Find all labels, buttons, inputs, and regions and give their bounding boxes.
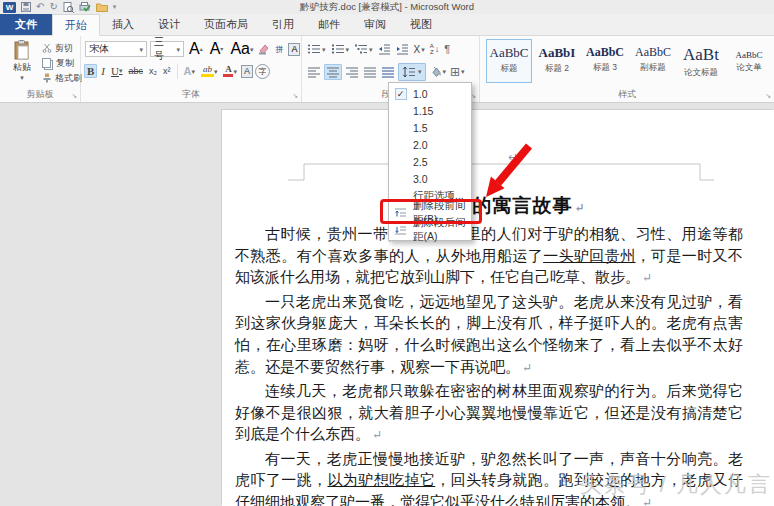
group-styles: AaBbC 标题 AaBbI 标题 2 AaBbC 标题 3 AaBbC 副标题… xyxy=(480,36,774,102)
tab-insert[interactable]: 插入 xyxy=(100,14,146,35)
menu-item-label: 2.0 xyxy=(413,139,428,151)
underlined-text: 一头驴回贵州 xyxy=(543,248,635,264)
shading-button[interactable]: ▾ xyxy=(428,65,448,79)
tab-references[interactable]: 引用 xyxy=(260,14,306,35)
font-color-bar xyxy=(223,74,233,77)
change-case-button[interactable]: Aa▾ xyxy=(228,40,255,58)
phonetic-guide-label: 拼 xyxy=(275,44,283,55)
sort-arrow-icon: ↓ xyxy=(435,44,440,54)
menu-item-spacing-1-15[interactable]: 1.15 xyxy=(389,102,471,119)
tab-review[interactable]: 审阅 xyxy=(352,14,398,35)
empty-paragraph-mark: ↵ xyxy=(508,150,518,164)
pilcrow-icon: ¶ xyxy=(444,43,450,55)
menu-item-spacing-3[interactable]: 3.0 xyxy=(389,170,471,187)
numbering-button[interactable]: ▾ xyxy=(330,42,351,56)
borders-button[interactable]: ⊞▾ xyxy=(449,64,466,80)
paste-dropdown-icon[interactable]: ▾ xyxy=(20,74,24,81)
underlined-text: 以为驴想吃掉它 xyxy=(327,472,435,488)
increase-indent-button[interactable] xyxy=(395,42,410,56)
ribbon: 粘贴 ▾ 剪切 复制 格式刷 剪贴板 ↘ xyxy=(0,36,774,103)
style-card-paper-title[interactable]: AaBt 论文标题 xyxy=(678,39,724,83)
menu-item-spacing-2-5[interactable]: 2.5 xyxy=(389,153,471,170)
enclose-characters-button[interactable]: 字 xyxy=(255,64,270,79)
highlight-color-bar xyxy=(201,74,214,77)
highlight-color-button[interactable]: ab▾ xyxy=(199,65,220,77)
align-right-button[interactable] xyxy=(344,65,360,79)
tab-mailings[interactable]: 邮件 xyxy=(306,14,352,35)
remove-space-after-icon xyxy=(394,224,407,236)
save-icon[interactable] xyxy=(21,2,31,12)
align-left-icon xyxy=(307,66,321,78)
tab-view[interactable]: 视图 xyxy=(398,14,444,35)
clear-formatting-icon[interactable] xyxy=(258,43,270,55)
subscript-button[interactable]: x₂ xyxy=(147,66,159,76)
shrink-font-button[interactable]: A▾ xyxy=(208,40,226,58)
bold-button[interactable]: B xyxy=(84,64,97,78)
justify-button[interactable] xyxy=(362,65,378,79)
bullets-button[interactable]: ▾ xyxy=(306,42,327,56)
style-card-heading3[interactable]: AaBbC 标题 3 xyxy=(582,39,628,83)
strikethrough-button[interactable]: abc xyxy=(126,66,145,76)
style-card-subtitle[interactable]: AaBbC 副标题 xyxy=(630,39,676,83)
grow-font-button[interactable]: A▴ xyxy=(187,40,205,58)
open-folder-icon[interactable] xyxy=(96,2,108,12)
underline-dropdown-icon: ▾ xyxy=(119,68,123,75)
multilevel-list-button[interactable]: ▾ xyxy=(353,42,374,56)
style-sample: AaBt xyxy=(679,45,723,65)
font-name-dropdown-icon[interactable]: ▾ xyxy=(139,46,143,53)
font-name-combo[interactable]: 宋体 ▾ xyxy=(85,41,147,57)
font-size-combo[interactable]: 三号 ▾ xyxy=(150,41,184,57)
align-left-button[interactable] xyxy=(306,65,322,79)
sort-button[interactable]: AZ↓ xyxy=(429,42,441,56)
style-card-heading2[interactable]: AaBbI 标题 2 xyxy=(534,39,580,83)
paste-button[interactable]: 粘贴 ▾ xyxy=(5,40,39,90)
format-painter-button[interactable]: 格式刷 xyxy=(42,72,82,84)
clipboard-dialog-launcher-icon[interactable]: ↘ xyxy=(71,92,77,100)
character-shading-button[interactable]: A xyxy=(241,65,253,78)
menu-item-spacing-1-5[interactable]: 1.5 xyxy=(389,119,471,136)
align-center-button[interactable] xyxy=(324,64,342,80)
phonetic-guide-button[interactable]: 拼 xyxy=(273,44,285,55)
font-dialog-launcher-icon[interactable]: ↘ xyxy=(292,92,298,100)
tab-design[interactable]: 设计 xyxy=(146,14,192,35)
font-color-button[interactable]: A▾ xyxy=(221,65,239,77)
print-preview-icon[interactable] xyxy=(63,2,74,13)
customize-qat-icon[interactable]: ▾ xyxy=(113,3,117,11)
copy-button[interactable]: 复制 xyxy=(42,57,82,69)
shrink-font-arrow-icon: ▾ xyxy=(220,46,223,52)
text-effects-label: A xyxy=(184,65,192,77)
show-marks-button[interactable]: ¶ xyxy=(443,42,451,56)
undo-icon[interactable]: ↶ xyxy=(36,2,44,12)
styles-dialog-launcher-icon[interactable]: ↘ xyxy=(765,92,771,100)
tab-home[interactable]: 开始 xyxy=(52,14,100,36)
tab-file[interactable]: 文件 xyxy=(0,14,52,35)
multilevel-dropdown-icon: ▾ xyxy=(369,46,373,53)
style-card-title[interactable]: AaBbC 标题 xyxy=(486,39,532,83)
text-effects-button[interactable]: A▾ xyxy=(182,65,197,77)
decrease-indent-button[interactable] xyxy=(377,42,392,56)
increase-indent-icon xyxy=(396,43,409,55)
asian-layout-button[interactable]: X▾ xyxy=(413,43,426,56)
numbering-icon xyxy=(331,43,345,55)
font-name-value: 宋体 xyxy=(89,42,109,56)
style-card-paper-unit[interactable]: AaBbC 论文单 xyxy=(726,39,772,83)
print-icon[interactable] xyxy=(79,2,91,13)
format-painter-label: 格式刷 xyxy=(55,72,82,85)
cut-button[interactable]: 剪切 xyxy=(42,42,82,54)
distribute-button[interactable] xyxy=(380,65,396,79)
italic-button[interactable]: I xyxy=(99,65,107,77)
superscript-button[interactable]: x² xyxy=(161,66,173,76)
menu-item-spacing-1[interactable]: ✓1.0 xyxy=(389,85,471,102)
menu-item-spacing-2[interactable]: 2.0 xyxy=(389,136,471,153)
word-window: 黔驴技穷.doc [兼容模式] - Microsoft Word W ↶ ↻ ▾… xyxy=(0,0,774,506)
underline-button[interactable]: U▾ xyxy=(109,65,124,77)
font-size-dropdown-icon[interactable]: ▾ xyxy=(176,46,180,53)
menu-item-label: 1.0 xyxy=(413,88,428,100)
tab-page-layout[interactable]: 页面布局 xyxy=(192,14,260,35)
style-sample: AaBbI xyxy=(535,45,579,61)
line-spacing-button[interactable]: ▾ xyxy=(398,63,426,81)
text-run: 连续几天，老虎都只敢躲在密密的树林里面观察驴的行为。后来觉得它好像不是很凶狠，就… xyxy=(235,383,743,442)
document-page[interactable]: ↵ 黔驴技穷的寓言故事↵ 古时候，贵州一带没有驴，那里的人们对于驴的相貌、习性、… xyxy=(222,110,774,506)
character-border-button[interactable]: A xyxy=(288,43,300,56)
redo-icon[interactable]: ↻ xyxy=(49,2,57,12)
